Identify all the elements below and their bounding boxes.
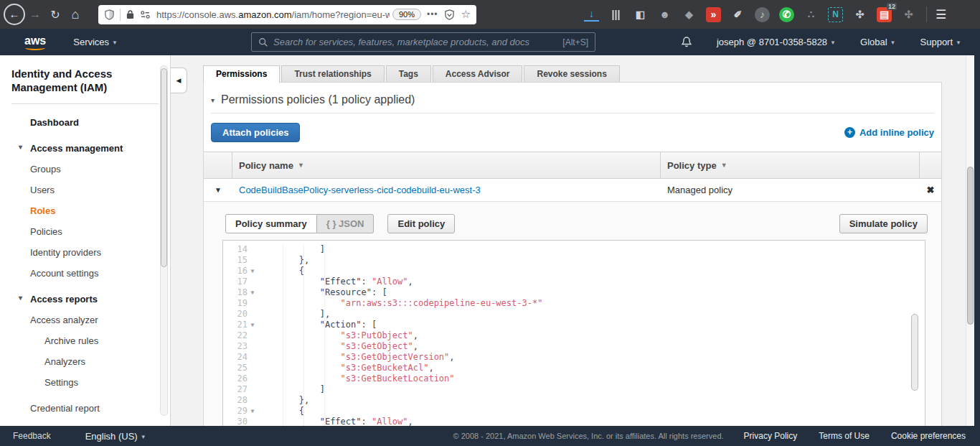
- download-helper-extension-icon[interactable]: ∴: [804, 7, 819, 22]
- sidebar-nav: Dashboard▾Access managementGroupsUsersRo…: [0, 112, 170, 440]
- library-extension-icon[interactable]: |||: [608, 7, 623, 22]
- code-text: "s3:GetBucketLocation": [258, 373, 455, 384]
- sidebar-item-groups[interactable]: Groups: [0, 159, 170, 180]
- row-expander-icon[interactable]: ▼: [215, 186, 222, 194]
- notifications-bell-icon[interactable]: [681, 36, 692, 48]
- notion-clipper-extension-icon[interactable]: N: [828, 7, 843, 22]
- sidebar-item-account-settings[interactable]: Account settings: [0, 263, 170, 284]
- right-edge-strip: [974, 55, 980, 426]
- tab-trust-relationships[interactable]: Trust relationships: [281, 65, 384, 82]
- simulate-policy-button[interactable]: Simulate policy: [839, 214, 928, 233]
- browser-toolbar: ← → ↻ ⌂ https://console.aws.amazon.com/i…: [0, 0, 980, 29]
- back-button[interactable]: ←: [4, 4, 25, 25]
- page-actions-icon[interactable]: •••: [427, 9, 438, 19]
- pocket-icon[interactable]: [444, 9, 455, 20]
- address-bar[interactable]: https://console.aws.amazon.com/iam/home?…: [98, 5, 476, 24]
- json-policy-editor[interactable]: 14 ]15 },16▼ {17 "Effect": "Allow",18▼ "…: [222, 240, 925, 426]
- policy-type-column-header[interactable]: Policy type▼: [661, 152, 920, 179]
- audio-muted-extension-icon[interactable]: ♪: [755, 7, 770, 22]
- extension-badge: 12: [887, 3, 897, 10]
- sidebar-item-identity-providers[interactable]: Identity providers: [0, 242, 170, 263]
- tab-access-advisor[interactable]: Access Advisor: [433, 65, 523, 82]
- download-manager-extension-icon[interactable]: ↓: [584, 8, 599, 22]
- tab-revoke-sessions[interactable]: Revoke sessions: [524, 65, 619, 82]
- sidebar-item-credential-report[interactable]: Credential report: [0, 398, 170, 419]
- expander-column-header: [204, 152, 232, 179]
- account-menu[interactable]: joseph @ 8701-0358-5828▼: [717, 37, 836, 47]
- sidebar-collapse-button[interactable]: ◀: [171, 68, 187, 93]
- fold-icon[interactable]: ▼: [248, 320, 258, 330]
- privacy-policy-link[interactable]: Privacy Policy: [744, 431, 798, 441]
- forward-button[interactable]: →: [25, 8, 45, 21]
- policy-name-link[interactable]: CodeBuildBasePolicy-serverless-cicd-code…: [239, 185, 481, 195]
- feedback-link[interactable]: Feedback: [13, 431, 51, 441]
- sidebar-scrollbar[interactable]: [160, 65, 168, 416]
- policy-name-column-header[interactable]: Policy name▼: [232, 152, 661, 179]
- account-profile-extension-icon[interactable]: ☻: [657, 7, 672, 22]
- scrollbar-thumb[interactable]: [967, 167, 974, 325]
- sidebar-item-access-reports[interactable]: ▾Access reports: [0, 289, 170, 310]
- sidebar-item-users[interactable]: Users: [0, 180, 170, 200]
- sidebar-item-analyzers[interactable]: Analyzers: [0, 351, 170, 372]
- aws-search-box[interactable]: [Alt+S]: [251, 32, 595, 52]
- region-menu[interactable]: Global▼: [860, 37, 896, 47]
- code-line: 18▼ "Resource": [: [223, 287, 925, 298]
- reload-button[interactable]: ↻: [45, 8, 65, 22]
- permissions-icon[interactable]: [140, 10, 151, 19]
- tab-tags[interactable]: Tags: [386, 65, 431, 82]
- browser-menu-button[interactable]: ☰: [936, 7, 946, 22]
- bookmark-star-icon[interactable]: ☆: [461, 8, 471, 21]
- json-toggle-button[interactable]: { } JSON: [317, 214, 374, 233]
- sidebar-view-extension-icon[interactable]: ◧: [633, 7, 648, 22]
- fold-icon[interactable]: ▼: [248, 287, 258, 298]
- support-menu[interactable]: Support▼: [920, 37, 961, 47]
- remove-policy-icon[interactable]: ✖: [927, 185, 935, 195]
- home-button[interactable]: ⌂: [65, 7, 85, 22]
- sidebar-item-dashboard[interactable]: Dashboard: [0, 112, 170, 133]
- language-menu[interactable]: English (US)▼: [85, 431, 146, 442]
- code-line: 19 "arn:aws:s3:::codepipeline-eu-west-3-…: [223, 298, 925, 309]
- pinwheel-dark-extension-icon[interactable]: ✣: [901, 7, 916, 22]
- code-line: 20 ],: [223, 309, 925, 320]
- url-text[interactable]: https://console.aws.amazon.com/iam/home?…: [156, 9, 390, 20]
- sidebar-item-access-management[interactable]: ▾Access management: [0, 138, 170, 159]
- tab-permissions[interactable]: Permissions: [203, 65, 280, 83]
- sort-icon: ▼: [298, 162, 304, 169]
- scrollbar-thumb[interactable]: [161, 68, 167, 267]
- fold-icon[interactable]: ▼: [248, 406, 258, 417]
- code-line: 16▼ {: [223, 266, 925, 277]
- video-speed-extension-icon[interactable]: »: [706, 7, 721, 22]
- indent-guide: [324, 244, 325, 426]
- aws-logo[interactable]: aws: [24, 34, 46, 50]
- editor-scrollbar-thumb[interactable]: [911, 314, 918, 391]
- add-inline-policy-link[interactable]: + Add inline policy: [844, 127, 934, 138]
- chevron-down-icon: ▼: [830, 40, 836, 46]
- sidebar-item-access-analyzer[interactable]: Access analyzer: [0, 310, 170, 330]
- fold-icon[interactable]: ▼: [248, 266, 258, 277]
- sidebar-item-roles[interactable]: Roles: [0, 200, 170, 221]
- policy-summary-button[interactable]: Policy summary: [225, 214, 317, 233]
- tracking-shield-icon[interactable]: [104, 9, 115, 20]
- permissions-policies-section-header[interactable]: ▾ Permissions policies (1 policy applied…: [211, 93, 934, 106]
- attach-policies-button[interactable]: Attach policies: [211, 123, 300, 142]
- edit-policy-button[interactable]: Edit policy: [387, 214, 455, 233]
- services-menu[interactable]: Services▼: [73, 37, 118, 47]
- send-extension-icon[interactable]: ◆: [682, 7, 697, 22]
- whatsapp-extension-icon[interactable]: ✆: [779, 7, 794, 22]
- code-line: 15 },: [223, 255, 925, 266]
- search-input[interactable]: [273, 37, 562, 47]
- code-text: ]: [258, 244, 325, 255]
- cookie-preferences-link[interactable]: Cookie preferences: [891, 431, 966, 441]
- zoom-level-badge[interactable]: 90%: [392, 9, 421, 20]
- page-scrollbar[interactable]: [966, 55, 974, 426]
- blocker-extension-icon[interactable]: ▤12: [877, 7, 892, 22]
- sidebar-item-policies[interactable]: Policies: [0, 221, 170, 242]
- lock-icon[interactable]: [126, 9, 135, 19]
- pinwheel-extension-icon[interactable]: ✣: [852, 7, 867, 22]
- code-line: 21▼ "Action": [: [223, 320, 925, 330]
- app-body: Identity and Access Management (IAM) Das…: [0, 55, 980, 426]
- terms-of-use-link[interactable]: Terms of Use: [819, 431, 870, 441]
- color-picker-extension-icon[interactable]: ✐: [730, 7, 745, 22]
- sidebar-item-archive-rules[interactable]: Archive rules: [0, 330, 170, 351]
- sidebar-item-settings[interactable]: Settings: [0, 372, 170, 393]
